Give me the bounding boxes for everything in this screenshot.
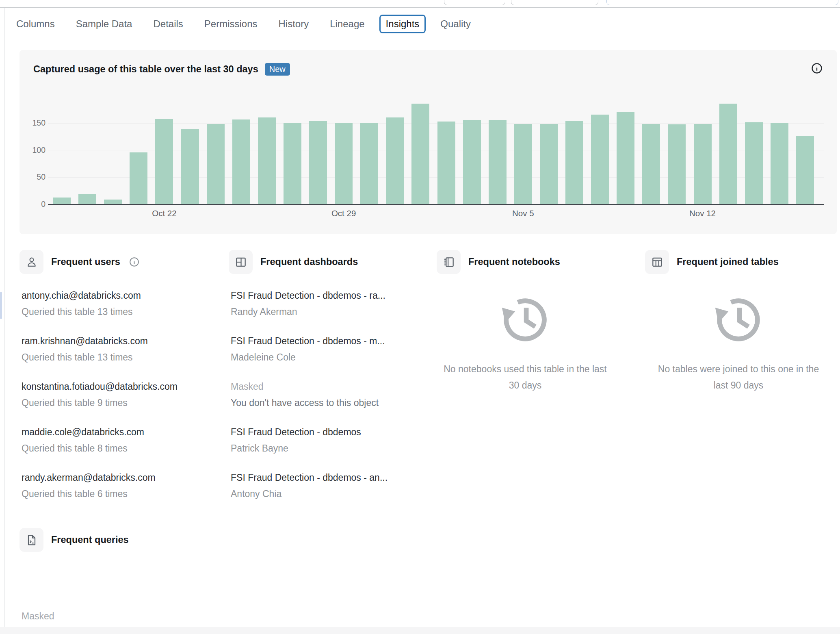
frequent-users-column: Frequent users antony.chia@databricks.co…: [19, 250, 223, 514]
frequent-joined-tables-column: Frequent joined tables No tables were jo…: [645, 250, 840, 514]
cropped-toolbar-button-1[interactable]: [444, 0, 505, 5]
top-divider: [0, 7, 840, 8]
dashboard-name[interactable]: FSI Fraud Detection - dbdemos - an...: [231, 471, 388, 484]
masked-label: Masked: [22, 610, 306, 622]
usage-bar: [463, 120, 481, 204]
dashboard-owner: Randy Akerman: [231, 306, 385, 318]
dashboard-owner: Antony Chia: [231, 488, 388, 500]
usage-bar: [232, 119, 250, 204]
usage-bar: [181, 129, 199, 204]
y-axis-tick: 0: [19, 198, 45, 210]
x-axis-tick: Oct 22: [140, 208, 188, 218]
user-email: konstantina.fotiadou@databricks.com: [22, 380, 178, 393]
empty-state-text: No notebooks used this table in the last: [437, 361, 614, 377]
user-email: randy.akerman@databricks.com: [22, 471, 156, 484]
dashboard-owner: Patrick Bayne: [231, 442, 361, 454]
list-item: FSI Fraud Detection - dbdemos - m... Mad…: [231, 335, 385, 363]
usage-bar: [411, 104, 429, 204]
usage-bar: [104, 200, 122, 204]
list-item: randy.akerman@databricks.com Queried thi…: [22, 471, 156, 500]
usage-bar: [207, 124, 225, 204]
x-axis-tick: Nov 5: [499, 208, 548, 218]
dashboard-icon: [229, 250, 253, 274]
usage-bar: [719, 104, 737, 204]
usage-bar: [745, 122, 763, 204]
masked-description: You don't have access to this object: [231, 397, 379, 409]
frequent-joined-tables-title: Frequent joined tables: [677, 256, 779, 267]
usage-bar: [771, 123, 788, 204]
user-email: maddie.cole@databricks.com: [22, 426, 144, 438]
list-item: konstantina.fotiadou@databricks.com Quer…: [22, 380, 178, 409]
empty-state-text: No tables were joined to this one in the: [637, 361, 840, 377]
tab-quality[interactable]: Quality: [440, 18, 471, 30]
usage-bar: [360, 123, 378, 204]
list-item: maddie.cole@databricks.com Queried this …: [22, 426, 144, 454]
x-axis-tick: Nov 12: [678, 208, 727, 218]
usage-bar: [130, 152, 147, 204]
query-file-icon: [19, 528, 43, 552]
usage-bar: [540, 124, 558, 204]
table-icon: [645, 250, 669, 274]
notebook-icon: [437, 250, 461, 274]
list-item: FSI Fraud Detection - dbdemos - ra... Ra…: [231, 289, 385, 318]
y-axis-tick: 150: [19, 117, 45, 128]
list-item: ram.krishnan@databricks.com Queried this…: [22, 335, 148, 363]
user-query-count: Queried this table 8 times: [22, 442, 144, 454]
new-badge: New: [265, 63, 290, 76]
usage-bar: [796, 136, 814, 204]
tab-sample-data[interactable]: Sample Data: [76, 18, 132, 30]
dashboard-name[interactable]: FSI Fraud Detection - dbdemos - m...: [231, 335, 385, 347]
tab-insights[interactable]: Insights: [379, 15, 426, 33]
usage-bar: [591, 115, 609, 204]
cropped-toolbar-button-2[interactable]: [511, 0, 598, 5]
usage-bar: [284, 123, 301, 204]
list-item-masked: Masked You don't have access to this obj…: [231, 380, 379, 409]
y-axis-tick: 100: [19, 144, 45, 156]
dashboard-name[interactable]: FSI Fraud Detection - dbdemos: [231, 426, 361, 438]
user-email: ram.krishnan@databricks.com: [22, 335, 148, 347]
masked-label: Masked: [231, 380, 379, 393]
frequent-dashboards-title: Frequent dashboards: [260, 256, 358, 267]
notebooks-empty-state: No notebooks used this table in the last…: [437, 361, 614, 393]
usage-card-title: Captured usage of this table over the la…: [33, 64, 258, 75]
tab-permissions[interactable]: Permissions: [204, 18, 258, 30]
joined-tables-empty-state: No tables were joined to this one in the…: [637, 361, 840, 393]
usage-chart: 050100150Oct 22Oct 29Nov 5Nov 12: [19, 50, 837, 234]
info-icon[interactable]: [811, 62, 823, 74]
left-scroll-indicator[interactable]: [0, 292, 2, 319]
usage-bar: [489, 120, 507, 204]
empty-state-text: 30 days: [437, 377, 614, 393]
y-axis-tick: 50: [19, 171, 45, 182]
cropped-toolbar-search[interactable]: [606, 0, 838, 5]
tab-details[interactable]: Details: [153, 18, 183, 30]
bottom-band: [0, 627, 840, 634]
x-axis-tick: Oct 29: [319, 208, 368, 218]
user-query-count: Queried this table 13 times: [22, 351, 148, 363]
usage-bar: [335, 123, 353, 204]
usage-bar: [437, 122, 455, 204]
left-panel-edge: [4, 8, 5, 627]
list-item: antony.chia@databricks.com Queried this …: [22, 289, 141, 318]
history-clock-icon: [499, 293, 552, 346]
frequent-dashboards-column: Frequent dashboards FSI Fraud Detection …: [229, 250, 432, 514]
list-item: FSI Fraud Detection - dbdemos - an... An…: [231, 471, 388, 500]
user-query-count: Queried this table 13 times: [22, 306, 141, 318]
users-info-icon[interactable]: [129, 256, 140, 267]
frequent-notebooks-column: Frequent notebooks No notebooks used thi…: [437, 250, 640, 514]
usage-bar: [642, 124, 660, 204]
x-axis-line: [48, 204, 824, 205]
user-query-count: Queried this table 9 times: [22, 397, 178, 409]
frequent-notebooks-title: Frequent notebooks: [468, 256, 560, 267]
usage-bar: [309, 121, 327, 204]
history-clock-icon: [712, 293, 765, 346]
usage-bar: [258, 117, 276, 204]
tab-lineage[interactable]: Lineage: [330, 18, 364, 30]
user-email: antony.chia@databricks.com: [22, 289, 141, 302]
tab-history[interactable]: History: [279, 18, 309, 30]
tab-columns[interactable]: Columns: [16, 18, 55, 30]
usage-card: 050100150Oct 22Oct 29Nov 5Nov 12 Capture…: [19, 50, 837, 234]
usage-bar: [386, 117, 404, 204]
dashboard-owner: Madeleine Cole: [231, 351, 385, 363]
user-icon: [19, 250, 43, 274]
dashboard-name[interactable]: FSI Fraud Detection - dbdemos - ra...: [231, 289, 385, 302]
